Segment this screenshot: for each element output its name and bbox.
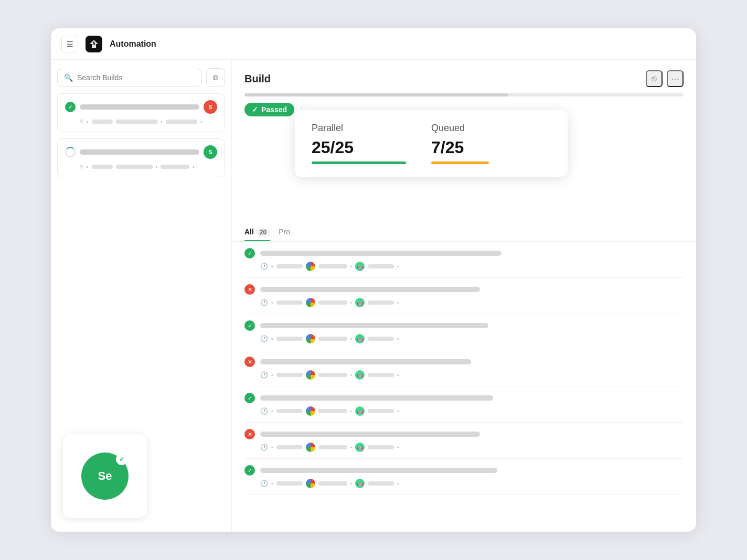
row-status-failed: ✕ [244, 284, 255, 295]
android-icon: 🤖 [355, 262, 365, 271]
selenium-logo: Se ✓ [81, 453, 129, 500]
build-row-meta: 🕐 • • 🤖 • [244, 262, 684, 271]
passed-label: Passed [261, 105, 287, 114]
more-button[interactable]: ⋯ [667, 70, 684, 87]
meta-bar [276, 481, 303, 486]
content-panel: Build ⎋ ⋯ [232, 60, 696, 532]
parallel-progress-bar [312, 161, 406, 164]
parallel-label: Parallel [312, 123, 406, 134]
build-list-item[interactable]: S ⑂ • • • [57, 138, 225, 177]
meta-bar [276, 264, 303, 268]
clock-icon: 🕐 [260, 480, 268, 487]
row-status-passed: ✓ [244, 248, 255, 259]
row-title-skeleton [260, 251, 501, 256]
meta-dot: • [397, 336, 399, 342]
build-row-meta: 🕐 • • 🤖 • [244, 479, 684, 488]
meta-dot: • [350, 336, 353, 342]
filter-button[interactable]: ⧉ [206, 68, 225, 87]
build-row-header: ✓ [244, 320, 684, 331]
share-icon: ⎋ [652, 74, 657, 83]
menu-button[interactable]: ☰ [61, 36, 78, 52]
meta-bar [276, 337, 303, 341]
build-item-header: S [65, 145, 217, 159]
build-title-skeleton [80, 104, 199, 110]
meta-dot: • [397, 372, 399, 378]
meta-dot: • [271, 336, 273, 342]
android-icon: 🤖 [355, 298, 365, 307]
meta-dot: • [350, 408, 353, 414]
clock-icon: 🕐 [260, 407, 268, 415]
tab-all[interactable]: All 20 [244, 228, 270, 241]
build-row-header: ✕ [244, 357, 684, 367]
build-title-skeleton [80, 149, 199, 155]
share-button[interactable]: ⎋ [646, 70, 663, 87]
meta-dot: • [350, 264, 353, 270]
search-input[interactable] [77, 73, 195, 82]
build-list-item[interactable]: ✓ S ⑂ • • • [57, 93, 225, 132]
meta-dot: • [350, 445, 353, 450]
chrome-icon [306, 370, 315, 380]
clock-icon: 🕐 [260, 299, 268, 306]
search-row: 🔍 ⧉ [57, 68, 225, 87]
main-layout: 🔍 ⧉ ✓ S ⑂ • • [51, 60, 696, 532]
row-title-skeleton [260, 395, 493, 401]
meta-bar [318, 337, 347, 341]
build-row[interactable]: ✓ 🕐 • • 🤖 • [244, 314, 684, 350]
meta-dot: • [350, 372, 353, 378]
chrome-icon [306, 298, 315, 307]
build-row-meta: 🕐 • • 🤖 • [244, 443, 684, 452]
clock-icon: 🕐 [260, 263, 268, 270]
builds-list: ✓ 🕐 • • 🤖 • [232, 242, 696, 532]
clock-icon: 🕐 [260, 371, 268, 379]
build-row-header: ✓ [244, 393, 684, 403]
build-row-header: ✕ [244, 284, 684, 295]
meta-dot: • [350, 300, 353, 306]
search-icon: 🔍 [64, 73, 73, 82]
tabs-row: All 20 Pro [232, 221, 696, 242]
hamburger-icon: ☰ [67, 40, 73, 48]
build-row-meta: 🕐 • • 🤖 • [244, 406, 684, 416]
row-title-skeleton [260, 359, 471, 364]
build-row-header: ✓ [244, 465, 684, 476]
meta-dot: • [161, 119, 163, 125]
build-row[interactable]: ✕ 🕐 • • 🤖 • [244, 278, 684, 314]
status-passed-icon: ✓ [65, 102, 76, 112]
build-avatar: S [204, 145, 217, 159]
meta-dot: • [397, 300, 399, 306]
parallel-section: Parallel 25/25 [312, 123, 406, 164]
queued-label: Queued [431, 123, 489, 134]
chrome-icon [306, 334, 315, 343]
build-meta: ⑂ • • • [65, 163, 217, 170]
android-icon: 🤖 [355, 334, 365, 343]
queued-progress-bar [431, 161, 489, 164]
meta-dot: • [271, 372, 273, 378]
row-title-skeleton [260, 287, 480, 292]
search-input-wrap[interactable]: 🔍 [57, 69, 202, 87]
chrome-icon [306, 479, 315, 488]
android-icon: 🤖 [355, 479, 365, 488]
meta-skeleton [116, 120, 158, 124]
meta-dot: • [397, 408, 399, 414]
build-row-header: ✕ [244, 429, 684, 439]
row-status-failed: ✕ [244, 429, 255, 439]
chrome-icon [306, 443, 315, 452]
build-row[interactable]: ✕ 🕐 • • 🤖 • [244, 423, 684, 459]
meta-bar [318, 264, 347, 268]
meta-bar [368, 373, 394, 377]
panel-header: Build ⎋ ⋯ [232, 60, 696, 87]
meta-dot: • [193, 164, 195, 170]
branch-icon: ⑂ [80, 118, 83, 125]
build-row[interactable]: ✕ 🕐 • • 🤖 • [244, 350, 684, 386]
tab-pro[interactable]: Pro [279, 228, 290, 241]
build-row[interactable]: ✓ 🕐 • • 🤖 • [244, 459, 684, 495]
status-loading-icon [65, 147, 76, 157]
clock-icon: 🕐 [260, 444, 268, 451]
meta-bar [318, 373, 347, 377]
meta-skeleton [166, 120, 197, 124]
chrome-icon [306, 406, 315, 416]
passed-badge: ✓ Passed [244, 103, 294, 116]
build-row[interactable]: ✓ 🕐 • • 🤖 • [244, 386, 684, 423]
panel-title: Build [244, 73, 271, 85]
selenium-badge-wrap: Se ✓ [63, 434, 147, 518]
build-row[interactable]: ✓ 🕐 • • 🤖 • [244, 242, 684, 278]
